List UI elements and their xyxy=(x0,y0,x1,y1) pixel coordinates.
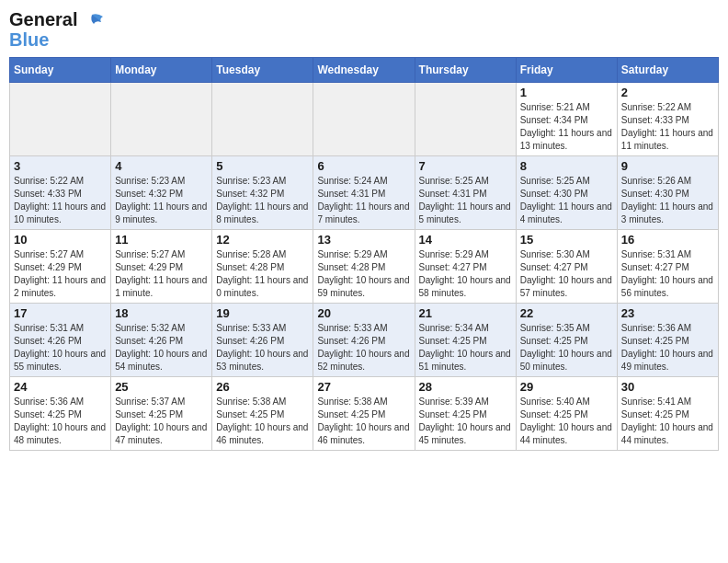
calendar-header-row: SundayMondayTuesdayWednesdayThursdayFrid… xyxy=(10,58,719,83)
calendar-cell: 25Sunrise: 5:37 AM Sunset: 4:25 PM Dayli… xyxy=(111,377,212,451)
calendar-cell: 10Sunrise: 5:27 AM Sunset: 4:29 PM Dayli… xyxy=(10,230,111,304)
day-info: Sunrise: 5:38 AM Sunset: 4:25 PM Dayligh… xyxy=(216,396,309,447)
day-info: Sunrise: 5:35 AM Sunset: 4:25 PM Dayligh… xyxy=(520,322,613,373)
calendar-cell: 15Sunrise: 5:30 AM Sunset: 4:27 PM Dayli… xyxy=(516,230,617,304)
day-info: Sunrise: 5:23 AM Sunset: 4:32 PM Dayligh… xyxy=(115,175,208,226)
day-info: Sunrise: 5:38 AM Sunset: 4:25 PM Dayligh… xyxy=(317,396,410,447)
calendar-week-row: 1Sunrise: 5:21 AM Sunset: 4:34 PM Daylig… xyxy=(10,83,719,156)
calendar-cell: 19Sunrise: 5:33 AM Sunset: 4:26 PM Dayli… xyxy=(212,304,313,377)
day-number: 18 xyxy=(115,306,208,320)
day-number: 14 xyxy=(419,233,512,247)
day-info: Sunrise: 5:37 AM Sunset: 4:25 PM Dayligh… xyxy=(115,396,208,447)
calendar-cell: 30Sunrise: 5:41 AM Sunset: 4:25 PM Dayli… xyxy=(617,377,718,451)
calendar-cell: 29Sunrise: 5:40 AM Sunset: 4:25 PM Dayli… xyxy=(516,377,617,451)
day-number: 16 xyxy=(621,233,714,247)
calendar-cell: 5Sunrise: 5:23 AM Sunset: 4:32 PM Daylig… xyxy=(212,156,313,230)
day-info: Sunrise: 5:31 AM Sunset: 4:26 PM Dayligh… xyxy=(14,322,107,373)
col-header-tuesday: Tuesday xyxy=(212,58,313,83)
col-header-wednesday: Wednesday xyxy=(313,58,415,83)
calendar-cell xyxy=(111,83,212,156)
calendar-cell: 24Sunrise: 5:36 AM Sunset: 4:25 PM Dayli… xyxy=(10,377,111,451)
day-number: 12 xyxy=(216,233,309,247)
calendar-cell: 1Sunrise: 5:21 AM Sunset: 4:34 PM Daylig… xyxy=(516,83,617,156)
calendar-cell: 18Sunrise: 5:32 AM Sunset: 4:26 PM Dayli… xyxy=(111,304,212,377)
calendar-cell: 20Sunrise: 5:33 AM Sunset: 4:26 PM Dayli… xyxy=(313,304,415,377)
day-number: 28 xyxy=(419,380,512,394)
calendar-cell: 22Sunrise: 5:35 AM Sunset: 4:25 PM Dayli… xyxy=(516,304,617,377)
day-info: Sunrise: 5:25 AM Sunset: 4:30 PM Dayligh… xyxy=(520,175,613,226)
day-info: Sunrise: 5:22 AM Sunset: 4:33 PM Dayligh… xyxy=(621,101,714,153)
day-number: 13 xyxy=(317,233,410,247)
day-info: Sunrise: 5:33 AM Sunset: 4:26 PM Dayligh… xyxy=(216,322,309,373)
calendar-cell: 16Sunrise: 5:31 AM Sunset: 4:27 PM Dayli… xyxy=(617,230,718,304)
calendar-week-row: 3Sunrise: 5:22 AM Sunset: 4:33 PM Daylig… xyxy=(10,156,719,230)
calendar-cell: 12Sunrise: 5:28 AM Sunset: 4:28 PM Dayli… xyxy=(212,230,313,304)
calendar-cell: 13Sunrise: 5:29 AM Sunset: 4:28 PM Dayli… xyxy=(313,230,415,304)
calendar-week-row: 17Sunrise: 5:31 AM Sunset: 4:26 PM Dayli… xyxy=(10,304,719,377)
day-info: Sunrise: 5:27 AM Sunset: 4:29 PM Dayligh… xyxy=(115,248,208,300)
day-info: Sunrise: 5:33 AM Sunset: 4:26 PM Dayligh… xyxy=(317,322,410,373)
calendar-cell: 27Sunrise: 5:38 AM Sunset: 4:25 PM Dayli… xyxy=(313,377,415,451)
calendar-cell xyxy=(313,83,415,156)
day-info: Sunrise: 5:36 AM Sunset: 4:25 PM Dayligh… xyxy=(14,396,107,447)
col-header-saturday: Saturday xyxy=(617,58,718,83)
day-number: 7 xyxy=(419,159,512,173)
day-number: 22 xyxy=(520,306,613,320)
day-number: 27 xyxy=(317,380,410,394)
day-number: 23 xyxy=(621,306,714,320)
day-info: Sunrise: 5:21 AM Sunset: 4:34 PM Dayligh… xyxy=(520,101,613,153)
col-header-friday: Friday xyxy=(516,58,617,83)
day-number: 29 xyxy=(520,380,613,394)
calendar-cell: 11Sunrise: 5:27 AM Sunset: 4:29 PM Dayli… xyxy=(111,230,212,304)
calendar-cell: 26Sunrise: 5:38 AM Sunset: 4:25 PM Dayli… xyxy=(212,377,313,451)
calendar-cell: 28Sunrise: 5:39 AM Sunset: 4:25 PM Dayli… xyxy=(415,377,516,451)
day-number: 10 xyxy=(14,233,107,247)
day-info: Sunrise: 5:30 AM Sunset: 4:27 PM Dayligh… xyxy=(520,248,613,300)
day-number: 2 xyxy=(621,86,714,99)
day-number: 11 xyxy=(115,233,208,247)
calendar-week-row: 10Sunrise: 5:27 AM Sunset: 4:29 PM Dayli… xyxy=(10,230,719,304)
logo-bird-icon xyxy=(85,13,105,29)
day-info: Sunrise: 5:31 AM Sunset: 4:27 PM Dayligh… xyxy=(621,248,714,300)
day-number: 15 xyxy=(520,233,613,247)
logo-blue-text: Blue xyxy=(9,29,105,50)
day-number: 20 xyxy=(317,306,410,320)
col-header-thursday: Thursday xyxy=(415,58,516,83)
day-info: Sunrise: 5:24 AM Sunset: 4:31 PM Dayligh… xyxy=(317,175,410,226)
day-number: 3 xyxy=(14,159,107,173)
calendar-cell xyxy=(415,83,516,156)
day-info: Sunrise: 5:29 AM Sunset: 4:28 PM Dayligh… xyxy=(317,248,410,300)
day-info: Sunrise: 5:41 AM Sunset: 4:25 PM Dayligh… xyxy=(621,396,714,447)
day-info: Sunrise: 5:27 AM Sunset: 4:29 PM Dayligh… xyxy=(14,248,107,300)
calendar-cell xyxy=(10,83,111,156)
calendar-cell: 7Sunrise: 5:25 AM Sunset: 4:31 PM Daylig… xyxy=(415,156,516,230)
day-number: 6 xyxy=(317,159,410,173)
calendar-cell: 9Sunrise: 5:26 AM Sunset: 4:30 PM Daylig… xyxy=(617,156,718,230)
day-number: 24 xyxy=(14,380,107,394)
calendar-cell: 2Sunrise: 5:22 AM Sunset: 4:33 PM Daylig… xyxy=(617,83,718,156)
day-number: 1 xyxy=(520,86,613,99)
calendar: SundayMondayTuesdayWednesdayThursdayFrid… xyxy=(9,57,719,451)
calendar-cell: 23Sunrise: 5:36 AM Sunset: 4:25 PM Dayli… xyxy=(617,304,718,377)
day-info: Sunrise: 5:23 AM Sunset: 4:32 PM Dayligh… xyxy=(216,175,309,226)
logo-text: General xyxy=(9,9,105,29)
day-number: 5 xyxy=(216,159,309,173)
day-number: 4 xyxy=(115,159,208,173)
day-number: 21 xyxy=(419,306,512,320)
day-number: 30 xyxy=(621,380,714,394)
header: General Blue xyxy=(9,9,719,50)
calendar-cell: 17Sunrise: 5:31 AM Sunset: 4:26 PM Dayli… xyxy=(10,304,111,377)
calendar-cell: 6Sunrise: 5:24 AM Sunset: 4:31 PM Daylig… xyxy=(313,156,415,230)
col-header-sunday: Sunday xyxy=(10,58,111,83)
day-number: 17 xyxy=(14,306,107,320)
day-number: 26 xyxy=(216,380,309,394)
col-header-monday: Monday xyxy=(111,58,212,83)
calendar-cell xyxy=(212,83,313,156)
day-info: Sunrise: 5:29 AM Sunset: 4:27 PM Dayligh… xyxy=(419,248,512,300)
day-info: Sunrise: 5:34 AM Sunset: 4:25 PM Dayligh… xyxy=(419,322,512,373)
day-info: Sunrise: 5:28 AM Sunset: 4:28 PM Dayligh… xyxy=(216,248,309,300)
day-info: Sunrise: 5:40 AM Sunset: 4:25 PM Dayligh… xyxy=(520,396,613,447)
day-info: Sunrise: 5:36 AM Sunset: 4:25 PM Dayligh… xyxy=(621,322,714,373)
calendar-cell: 14Sunrise: 5:29 AM Sunset: 4:27 PM Dayli… xyxy=(415,230,516,304)
day-number: 8 xyxy=(520,159,613,173)
